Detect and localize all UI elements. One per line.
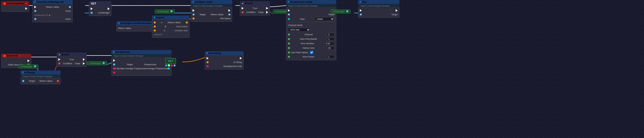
extra-pin[interactable] <box>113 72 115 74</box>
true-pin[interactable] <box>83 58 85 61</box>
add-pin-label[interactable]: Add pin + <box>154 33 163 36</box>
class-pin[interactable] <box>34 10 36 12</box>
type-pin[interactable] <box>288 18 290 20</box>
get-out-pin[interactable] <box>171 64 173 66</box>
target-label: Target <box>126 63 133 66</box>
history-size-input[interactable] <box>327 46 335 50</box>
exec-in[interactable] <box>113 59 115 62</box>
set-var-pin[interactable] <box>91 12 93 14</box>
exec-in[interactable] <box>360 9 362 12</box>
in-string-pin[interactable] <box>207 61 209 63</box>
a-pin[interactable] <box>154 22 156 24</box>
time-window-input[interactable] <box>325 42 335 45</box>
cond-pin[interactable] <box>58 62 60 64</box>
print-string-title: Print String <box>209 52 221 54</box>
target-pin[interactable] <box>113 64 115 66</box>
get-idx-pin[interactable] <box>168 64 170 66</box>
exec-out[interactable] <box>396 9 398 12</box>
aa-manager-var-play[interactable]: AAManager <box>331 10 351 14</box>
outer-pin[interactable] <box>34 18 36 20</box>
exec-out[interactable] <box>228 9 230 12</box>
exec-in[interactable] <box>193 9 195 12</box>
calc-pin[interactable] <box>113 68 115 70</box>
construct-aa-body: Return Value Class AAManager BP ◆ ○ Oute… <box>33 4 73 22</box>
history-size-label: History Size <box>302 47 314 49</box>
use-peak-pin[interactable] <box>288 52 290 54</box>
c-pin[interactable] <box>154 30 156 32</box>
target-pin[interactable] <box>22 80 24 82</box>
num-freq-pin[interactable] <box>288 38 290 40</box>
num-freq-row: Num Freq Bands <box>286 37 336 41</box>
cond-pin[interactable] <box>242 11 244 13</box>
exec-in[interactable] <box>207 57 209 60</box>
aa-var-label-play: AAManager <box>333 10 345 13</box>
target-pin[interactable] <box>193 14 195 16</box>
get-in-pin[interactable] <box>165 64 167 66</box>
target-pin[interactable] <box>360 14 362 16</box>
use-peak-label: Use Peak Values <box>291 51 308 54</box>
channel-mode-select[interactable]: All in one <box>288 28 310 32</box>
channel-input[interactable] <box>327 33 335 36</box>
dev-only-row: Development Only <box>205 64 243 68</box>
exec-out[interactable] <box>28 60 30 62</box>
num-peaks-label: Num Peaks <box>303 56 314 58</box>
return-pin[interactable] <box>228 14 230 16</box>
append-title: Append <box>156 16 164 19</box>
channel-pin[interactable] <box>288 34 290 36</box>
true-label: True <box>253 7 257 10</box>
exec-in[interactable] <box>288 9 290 12</box>
num-freq-input[interactable] <box>327 37 335 41</box>
return-pin[interactable] <box>69 6 71 8</box>
class-label: Class <box>65 10 71 12</box>
false-pin[interactable] <box>266 11 268 14</box>
init-player-audio-header: f Init Player Audio <box>191 0 232 4</box>
exec-in[interactable] <box>242 7 244 10</box>
branch2-body: True Condition False <box>57 56 87 67</box>
time-window-pin[interactable] <box>288 42 290 44</box>
filename-pin[interactable] <box>193 18 195 20</box>
get-bool-pin[interactable] <box>174 64 176 66</box>
outer-label: Outer <box>65 18 71 20</box>
aa-manager-var-1[interactable]: AAManager <box>155 10 175 14</box>
b-pin[interactable] <box>154 26 156 28</box>
type-label: Type <box>300 18 305 20</box>
aa-var-out-play[interactable] <box>346 10 348 12</box>
exec-out-pin[interactable] <box>25 7 27 10</box>
play-title: Play <box>362 1 367 3</box>
aa-var-out-3[interactable] <box>103 62 105 64</box>
aa-manager-var-4[interactable]: AAManager <box>18 64 38 68</box>
init-spectrum-config-node: f Init Spectrum Config Target is Audio A… <box>286 0 336 60</box>
construct-aa-title: Construct AAManager BP <box>36 1 64 3</box>
history-size-pin[interactable] <box>288 47 290 49</box>
aa-manager-var-3[interactable]: AAManager <box>87 61 107 65</box>
exec-in-pin[interactable] <box>34 6 36 8</box>
dev-only-pin[interactable] <box>207 65 209 67</box>
set-exec-in[interactable] <box>91 8 93 10</box>
exec-out[interactable] <box>240 57 242 60</box>
true-pin[interactable] <box>266 7 268 10</box>
use-peak-checkbox[interactable] <box>310 51 313 54</box>
aa-var-out-1[interactable] <box>171 10 173 12</box>
type-select[interactable]: Linear <box>314 17 335 21</box>
return-pin[interactable] <box>186 22 188 24</box>
num-peaks-pin[interactable] <box>288 56 290 58</box>
get-spectrum-subtitle: Target is Audio Analyzer Manager <box>113 55 143 57</box>
false-pin[interactable] <box>83 62 85 65</box>
init-spectrum-subtitle-bar: Target is Audio Analyzer Manager <box>286 4 336 8</box>
avg-freq-pin[interactable] <box>168 68 170 70</box>
branch1-body: True Condition False <box>240 5 270 16</box>
return-pin[interactable] <box>57 80 59 82</box>
append-b-row: B NonAssets/ <box>152 24 189 28</box>
time-window-label: Time Window <box>300 42 314 45</box>
false-label: False <box>258 11 264 14</box>
branch1-node: ↙ Branch True Condition False <box>240 1 270 16</box>
num-freq-label: Num Freq Bands <box>300 38 317 40</box>
channel-mode-select-row: All in one <box>286 27 336 32</box>
exec-in[interactable] <box>58 58 60 61</box>
target-pin[interactable] <box>288 14 290 16</box>
aa-var-out-4[interactable] <box>34 65 36 67</box>
num-peaks-input[interactable] <box>327 55 335 58</box>
aa-var-label-2: AAManager <box>275 10 287 13</box>
set-exec-out[interactable] <box>108 8 110 10</box>
get-box[interactable]: GET <box>165 58 176 64</box>
